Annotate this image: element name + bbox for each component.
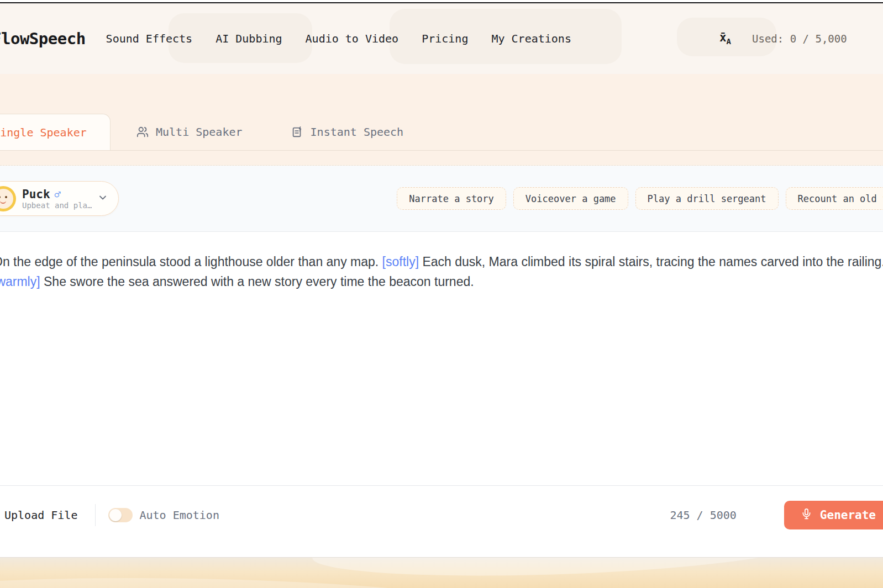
generate-button-label: Generate (820, 508, 876, 522)
voice-meta: Puck ♂ Upbeat and pla… (22, 188, 92, 210)
hero-section (0, 74, 883, 114)
story-text: Each dusk, Mara climbed its spiral stair… (419, 255, 883, 269)
bottom-bar: Upload File Auto Emotion 245 / 5000 Gene… (0, 485, 883, 544)
avatar-eye (5, 196, 7, 198)
translate-icon-sub: A (727, 37, 731, 46)
voice-selector[interactable]: Puck ♂ Upbeat and pla… (0, 181, 119, 216)
toggle-knob (109, 509, 122, 521)
generate-button[interactable]: Generate (784, 501, 883, 529)
tab-multi-speaker-label: Multi Speaker (156, 125, 243, 139)
tab-multi-speaker[interactable]: Multi Speaker (136, 114, 243, 150)
auto-emotion-label: Auto Emotion (139, 508, 219, 522)
nav-item-ai-dubbing[interactable]: AI Dubbing (216, 32, 282, 45)
nav-item-audio-to-video[interactable]: Audio to Video (306, 32, 399, 45)
usage-counter: Used: 0 / 5,000 (752, 33, 847, 45)
file-edit-icon (291, 126, 303, 138)
preset-prompts: Narrate a story Voiceover a game Play a … (397, 187, 883, 210)
navbar: FlowSpeech Sound Effects AI Dubbing Audi… (0, 3, 883, 74)
avatar-face (0, 189, 13, 209)
voice-description: Upbeat and pla… (22, 201, 92, 210)
emotion-tag-warmly: [warmly] (0, 274, 40, 289)
white-gap (0, 544, 883, 557)
nav-item-pricing[interactable]: Pricing (422, 32, 468, 45)
tab-instant-speech-label: Instant Speech (311, 125, 404, 139)
chevron-down-icon (97, 192, 108, 205)
preset-voiceover-game[interactable]: Voiceover a game (513, 187, 628, 210)
story-text: On the edge of the peninsula stood a lig… (0, 255, 382, 269)
mic-icon (801, 508, 812, 522)
footer-decoration (0, 557, 883, 588)
auto-emotion-toggle[interactable] (108, 508, 133, 522)
speaker-tabs: Single Speaker Multi Speaker Instant Spe… (0, 114, 883, 151)
dune-shape (312, 557, 811, 583)
app-logo[interactable]: FlowSpeech (0, 29, 86, 48)
tab-single-speaker[interactable]: Single Speaker (0, 114, 111, 150)
avatar-mouth (0, 199, 6, 204)
users-icon (136, 126, 149, 138)
panel-top-strip (0, 151, 883, 166)
voice-avatar (0, 186, 16, 211)
upload-file-button[interactable]: Upload File (4, 508, 77, 522)
tab-instant-speech[interactable]: Instant Speech (291, 114, 404, 150)
preset-drill-sergeant[interactable]: Play a drill sergeant (635, 187, 779, 210)
story-text: She swore the sea answered with a new st… (40, 274, 474, 289)
translate-icon[interactable]: x̄A (719, 32, 731, 45)
preset-recount-tale[interactable]: Recount an old tale (786, 187, 883, 210)
script-editor[interactable]: On the edge of the peninsula stood a lig… (0, 232, 883, 485)
nav-right: x̄A Used: 0 / 5,000 (719, 32, 847, 45)
char-count: 245 / 5000 (670, 508, 736, 522)
nav-item-sound-effects[interactable]: Sound Effects (106, 32, 193, 45)
divider (95, 504, 96, 526)
voice-name: Puck (22, 188, 50, 201)
nav-item-my-creations[interactable]: My Creations (491, 32, 571, 45)
preset-narrate-story[interactable]: Narrate a story (397, 187, 506, 210)
male-symbol-icon: ♂ (55, 188, 61, 200)
nav-links: Sound Effects AI Dubbing Audio to Video … (106, 32, 571, 45)
emotion-tag-softly: [softly] (382, 255, 419, 269)
page: FlowSpeech Sound Effects AI Dubbing Audi… (0, 0, 883, 588)
voice-row: Puck ♂ Upbeat and pla… Narrate a story V… (0, 166, 883, 232)
